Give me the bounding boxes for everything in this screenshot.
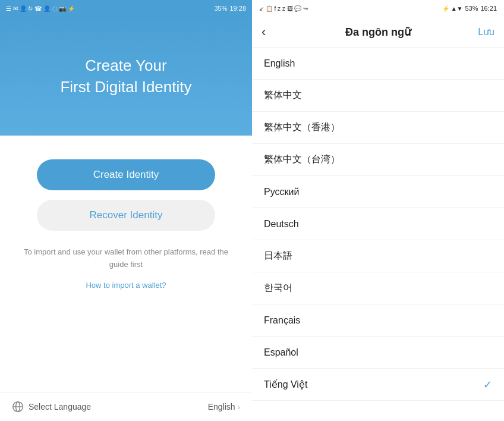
language-item-traditional-chinese-tw[interactable]: 繁体中文（台湾） (252, 144, 504, 176)
battery-percent: 35% (214, 5, 227, 12)
select-language-label: Select Language (29, 402, 91, 411)
left-content: Create Identity Recover Identity To impo… (0, 136, 252, 392)
language-label-traditional-chinese-hk: 繁体中文（香港） (264, 121, 340, 134)
right-status-bar: ↙ 📋 f z z 🖼 💬 ↪ ⚡ ▲▼ 53% 16:21 (252, 0, 504, 17)
language-label-russian: Русский (264, 187, 299, 197)
right-wifi: ⚡ ▲▼ (442, 5, 463, 12)
hero-title: Create YourFirst Digital Identity (60, 55, 191, 98)
language-item-vietnamese[interactable]: Tiếng Việt✓ (252, 369, 504, 401)
hero-section: Create YourFirst Digital Identity (0, 17, 252, 136)
import-description: To import and use your wallet from other… (18, 246, 234, 271)
clock: 19:28 (229, 5, 246, 12)
language-item-english[interactable]: English (252, 48, 504, 80)
language-label-english: English (264, 58, 295, 69)
right-status-icons-left: ↙ 📋 f z z 🖼 💬 ↪ (259, 5, 308, 12)
chevron-right-icon: › (238, 403, 240, 411)
select-language-area[interactable]: Select Language (12, 401, 91, 413)
left-panel: ☰ ✉ 👤 ↻ ☎ 👤 ◌ 📷 ⚡ 35% 19:28 Create YourF… (0, 0, 252, 421)
create-identity-button[interactable]: Create Identity (37, 159, 215, 190)
language-label-french: Français (264, 315, 300, 326)
left-footer[interactable]: Select Language English › (0, 392, 252, 421)
language-label-korean: 한국어 (264, 282, 292, 294)
language-item-spanish[interactable]: Español (252, 337, 504, 369)
left-status-bar: ☰ ✉ 👤 ↻ ☎ 👤 ◌ 📷 ⚡ 35% 19:28 (0, 0, 252, 17)
selected-language-value[interactable]: English › (208, 402, 240, 411)
right-status-icons: ↙ 📋 f z z 🖼 💬 ↪ (259, 5, 308, 12)
language-label-spanish: Español (264, 347, 298, 358)
language-item-german[interactable]: Deutsch (252, 208, 504, 240)
import-wallet-link[interactable]: How to import a wallet? (86, 281, 166, 290)
right-header: ‹ Đa ngôn ngữ Lưu (252, 17, 504, 48)
back-button[interactable]: ‹ (262, 24, 285, 40)
status-icons-left: ☰ ✉ 👤 ↻ ☎ 👤 ◌ 📷 ⚡ (6, 5, 75, 12)
checkmark-vietnamese: ✓ (483, 378, 492, 391)
language-item-traditional-chinese[interactable]: 繁体中文 (252, 80, 504, 112)
recover-identity-button[interactable]: Recover Identity (37, 200, 215, 231)
language-item-russian[interactable]: Русский (252, 176, 504, 208)
language-item-french[interactable]: Français (252, 304, 504, 337)
save-button[interactable]: Lưu (471, 26, 494, 37)
right-panel: ↙ 📋 f z z 🖼 💬 ↪ ⚡ ▲▼ 53% 16:21 ‹ Đa ngôn… (252, 0, 504, 421)
globe-icon (12, 401, 24, 413)
language-label-traditional-chinese: 繁体中文 (264, 89, 302, 102)
language-item-korean[interactable]: 한국어 (252, 272, 504, 304)
right-battery: 53% (465, 5, 478, 12)
right-clock: 16:21 (480, 5, 497, 12)
language-list: English繁体中文繁体中文（香港）繁体中文（台湾）РусскийDeutsc… (252, 48, 504, 421)
language-label-japanese: 日本語 (264, 250, 292, 262)
language-label-german: Deutsch (264, 219, 299, 230)
language-item-japanese[interactable]: 日本語 (252, 240, 504, 272)
language-label-vietnamese: Tiếng Việt (264, 379, 307, 390)
left-status-icons: ☰ ✉ 👤 ↻ ☎ 👤 ◌ 📷 ⚡ (6, 5, 75, 12)
page-title: Đa ngôn ngữ (285, 26, 471, 39)
language-item-traditional-chinese-hk[interactable]: 繁体中文（香港） (252, 112, 504, 144)
language-label-traditional-chinese-tw: 繁体中文（台湾） (264, 153, 340, 166)
right-status-right: ⚡ ▲▼ 53% 16:21 (442, 5, 497, 12)
left-status-right: 35% 19:28 (214, 5, 246, 12)
